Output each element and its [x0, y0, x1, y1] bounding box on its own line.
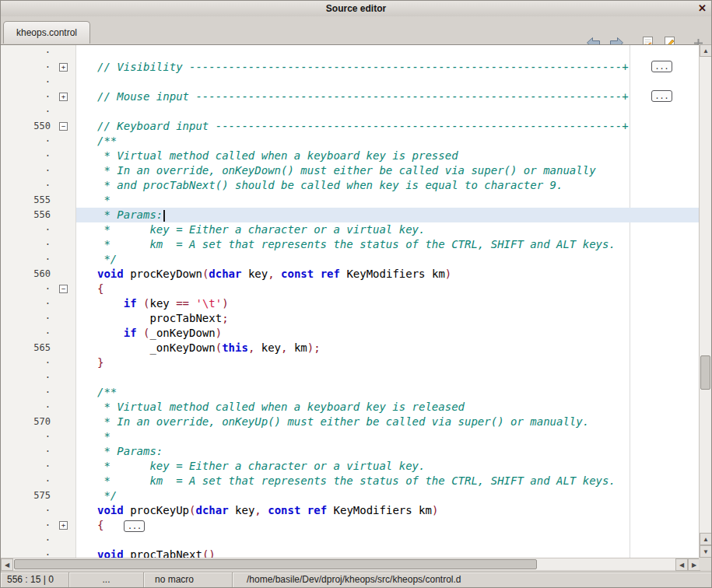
fold-column: [54, 222, 76, 237]
fold-column: [54, 355, 76, 370]
code-text: * Params:: [76, 444, 700, 459]
code-line[interactable]: ·+// Mouse input -----------------------…: [1, 89, 700, 104]
folded-code-box[interactable]: ...: [651, 61, 672, 72]
scroll-down-button[interactable]: ▼: [700, 545, 712, 558]
fold-toggle-icon[interactable]: +: [59, 521, 68, 530]
code-lines: ··+// Visibility -----------------------…: [1, 45, 700, 558]
code-line[interactable]: · *: [1, 429, 700, 444]
code-line[interactable]: · * km = A set that represents the statu…: [1, 474, 700, 488]
code-line[interactable]: · if (key == '\t'): [1, 296, 700, 311]
code-text: // Visibility --------------------------…: [76, 60, 700, 75]
code-line[interactable]: ·: [1, 104, 700, 119]
scroll-left-button[interactable]: ◀: [1, 558, 13, 571]
fold-toggle-icon[interactable]: +: [59, 93, 68, 101]
code-line[interactable]: · if (_onKeyDown): [1, 326, 700, 341]
code-text: *: [76, 193, 700, 208]
fold-column: [54, 488, 76, 503]
code-line[interactable]: · procTabNext;: [1, 311, 700, 326]
scroll-up-button[interactable]: ▲: [700, 44, 712, 57]
code-text: procTabNext;: [76, 311, 700, 326]
line-dot: ·: [1, 326, 54, 341]
code-line[interactable]: · * Params:: [1, 444, 700, 459]
scroll-left-button-right[interactable]: ◀: [675, 558, 688, 571]
file-path: /home/basile/Dev/dproj/kheops/src/kheops…: [233, 572, 711, 587]
vertical-scroll-thumb[interactable]: [700, 355, 710, 390]
line-dot: ·: [1, 548, 54, 558]
fold-toggle-icon[interactable]: +: [59, 63, 68, 72]
code-line[interactable]: 560void procKeyDown(dchar key, const ref…: [1, 267, 700, 282]
line-dot: ·: [1, 355, 54, 370]
fold-column: [54, 474, 76, 488]
code-line[interactable]: 556 * Params:: [1, 208, 700, 222]
fold-column: +: [54, 518, 76, 533]
line-dot: ·: [1, 237, 54, 252]
line-number: 560: [1, 267, 54, 282]
code-line[interactable]: ·: [1, 45, 700, 60]
down-arrow-icon: ▼: [703, 548, 709, 555]
code-line[interactable]: ·void procTabNext(): [1, 548, 700, 558]
titlebar[interactable]: Source editor ✕: [1, 1, 711, 17]
code-text: if (key == '\t'): [76, 296, 700, 311]
code-line[interactable]: 550−// Keyboard input ------------------…: [1, 119, 700, 134]
code-text: {...: [76, 518, 700, 533]
code-line[interactable]: ·+// Visibility ------------------------…: [1, 60, 700, 75]
fold-toggle-icon[interactable]: −: [59, 285, 68, 293]
code-line[interactable]: · * km = A set that represents the statu…: [1, 237, 700, 252]
fold-column: [54, 429, 76, 444]
code-line[interactable]: · * Virtual method called when a keyboar…: [1, 149, 700, 163]
code-line[interactable]: ·: [1, 370, 700, 385]
code-text: * and procTabNext() should be called whe…: [76, 178, 700, 193]
code-text: *: [76, 429, 700, 444]
code-text: */: [76, 252, 700, 267]
code-text: * key = Either a character or a virtual …: [76, 459, 700, 474]
line-dot: ·: [1, 503, 54, 518]
code-line[interactable]: · * key = Either a character or a virtua…: [1, 459, 700, 474]
code-line[interactable]: ·void procKeyUp(dchar key, const ref Key…: [1, 503, 700, 518]
folded-code-box[interactable]: ...: [651, 90, 672, 102]
vertical-scrollbar[interactable]: ▲ ▲ ▼: [699, 44, 711, 558]
scroll-up-button-bottom[interactable]: ▲: [700, 533, 712, 545]
code-line[interactable]: · */: [1, 252, 700, 267]
line-dot: ·: [1, 134, 54, 149]
line-dot: ·: [1, 429, 54, 444]
code-text: _onKeyDown(this, key, km);: [76, 341, 700, 355]
code-line[interactable]: 555 *: [1, 193, 700, 208]
code-text: if (_onKeyDown): [76, 326, 700, 341]
code-line[interactable]: ·+{...: [1, 518, 700, 533]
fold-column: [54, 237, 76, 252]
line-dot: ·: [1, 311, 54, 326]
fold-column: +: [54, 60, 76, 75]
horizontal-scrollbar[interactable]: ◀ ◀ ▶: [1, 558, 700, 570]
code-line[interactable]: 575 */: [1, 488, 700, 503]
code-text: {: [76, 282, 700, 296]
code-line[interactable]: ·: [1, 533, 700, 548]
horizontal-scroll-thumb[interactable]: [14, 559, 537, 569]
line-number: 570: [1, 415, 54, 429]
code-line[interactable]: 570 * In an override, onKeyUp() must eit…: [1, 415, 700, 429]
code-line[interactable]: · * In an override, onKeyDown() must eit…: [1, 163, 700, 178]
code-line[interactable]: ·/**: [1, 385, 700, 400]
code-line[interactable]: ·: [1, 75, 700, 89]
fold-column: [54, 385, 76, 400]
code-editor[interactable]: ··+// Visibility -----------------------…: [1, 44, 700, 558]
fold-toggle-icon[interactable]: −: [59, 122, 68, 131]
line-dot: ·: [1, 518, 54, 533]
code-line[interactable]: 565 _onKeyDown(this, key, km);: [1, 341, 700, 355]
tab-kheops-control[interactable]: kheops.control: [3, 21, 90, 44]
code-text: [76, 370, 700, 385]
code-line[interactable]: · * Virtual method called when a keyboar…: [1, 400, 700, 415]
code-text: * Virtual method called when a keyboard …: [76, 149, 700, 163]
code-line[interactable]: · * key = Either a character or a virtua…: [1, 222, 700, 237]
code-line[interactable]: ·}: [1, 355, 700, 370]
code-text: }: [76, 355, 700, 370]
line-number: 555: [1, 193, 54, 208]
fold-column: [54, 444, 76, 459]
code-line[interactable]: · * and procTabNext() should be called w…: [1, 178, 700, 193]
line-dot: ·: [1, 400, 54, 415]
code-line[interactable]: ·/**: [1, 134, 700, 149]
close-button[interactable]: ✕: [698, 1, 707, 16]
code-text: * km = A set that represents the status …: [76, 237, 700, 252]
folded-code-box[interactable]: ...: [124, 520, 145, 532]
fold-column: [54, 296, 76, 311]
code-line[interactable]: ·−{: [1, 282, 700, 296]
